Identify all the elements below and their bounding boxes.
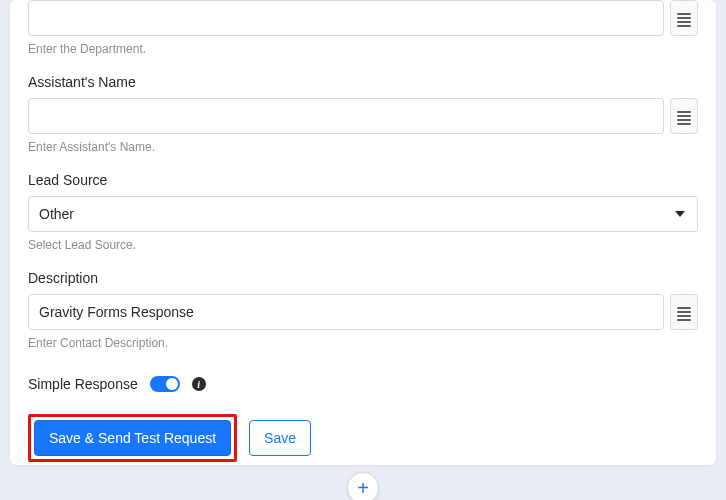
save-send-test-button[interactable]: Save & Send Test Request	[34, 420, 231, 456]
description-helper: Enter Contact Description.	[28, 336, 698, 350]
assistant-name-input-row	[28, 98, 698, 134]
simple-response-toggle[interactable]	[150, 376, 180, 392]
button-row: Save & Send Test Request Save	[28, 414, 698, 462]
lead-source-helper: Select Lead Source.	[28, 238, 698, 252]
hamburger-icon	[677, 307, 691, 317]
department-field-group: Enter the Department.	[28, 0, 698, 56]
plus-icon: +	[357, 478, 369, 498]
description-field-group: Description Enter Contact Description.	[28, 270, 698, 350]
hamburger-icon	[677, 13, 691, 23]
info-icon[interactable]: i	[192, 377, 206, 391]
simple-response-label: Simple Response	[28, 376, 138, 392]
lead-source-field-group: Lead Source Other Select Lead Source.	[28, 172, 698, 252]
lead-source-selected-value: Other	[39, 206, 74, 222]
hamburger-icon	[677, 111, 691, 121]
lead-source-label: Lead Source	[28, 172, 698, 188]
department-input[interactable]	[28, 0, 664, 36]
description-menu-button[interactable]	[670, 294, 698, 330]
save-button[interactable]: Save	[249, 420, 311, 456]
assistant-name-helper: Enter Assistant's Name.	[28, 140, 698, 154]
assistant-name-field-group: Assistant's Name Enter Assistant's Name.	[28, 74, 698, 154]
add-step-button[interactable]: +	[347, 472, 379, 500]
department-helper: Enter the Department.	[28, 42, 698, 56]
caret-down-icon	[675, 211, 685, 217]
assistant-name-menu-button[interactable]	[670, 98, 698, 134]
highlight-frame: Save & Send Test Request	[28, 414, 237, 462]
assistant-name-label: Assistant's Name	[28, 74, 698, 90]
form-card: Enter the Department. Assistant's Name E…	[10, 0, 716, 465]
description-input-row	[28, 294, 698, 330]
department-input-row	[28, 0, 698, 36]
toggle-knob	[166, 378, 178, 390]
description-input[interactable]	[28, 294, 664, 330]
department-menu-button[interactable]	[670, 0, 698, 36]
assistant-name-input[interactable]	[28, 98, 664, 134]
description-label: Description	[28, 270, 698, 286]
simple-response-row: Simple Response i	[28, 376, 698, 392]
lead-source-select[interactable]: Other	[28, 196, 698, 232]
